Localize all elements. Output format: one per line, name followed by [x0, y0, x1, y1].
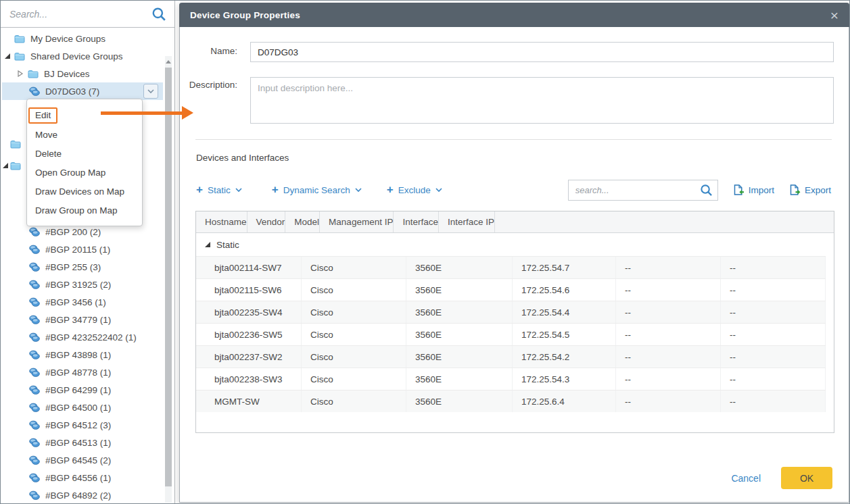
tree-item-bgp-group[interactable]: #BGP 31925 (2) [1, 276, 163, 293]
tree-item-bj-devices[interactable]: BJ Devices [17, 65, 90, 82]
table-column-header[interactable]: Vendor [247, 211, 286, 232]
tree-item-label: #BGP 64500 (1) [45, 403, 111, 413]
table-row[interactable]: bjta002238-SW3 Cisco 3560E 172.25.54.3 -… [196, 368, 826, 390]
tree-item-bgp-group[interactable]: #BGP 48778 (1) [1, 363, 163, 381]
tree-item-bgp-group[interactable]: #BGP 4232522402 (1) [1, 328, 163, 346]
context-menu-item[interactable]: Open Group Map [27, 163, 142, 182]
table-row[interactable]: MGMT-SW Cisco 3560E 172.25.6.4 -- -- [196, 390, 826, 412]
name-field[interactable] [250, 42, 834, 62]
tree-item-label: #BGP 43898 (1) [45, 350, 111, 360]
tree-item-bgp-group[interactable]: #BGP 64500 (1) [1, 399, 163, 416]
tree-item-bgp-group[interactable]: #BGP 64556 (1) [1, 469, 163, 486]
tree-item-bgp-group[interactable]: #BGP 64512 (3) [1, 416, 163, 434]
add-dynamic-search-button[interactable]: + Dynamic Search [272, 185, 362, 195]
cell-model: 3560E [406, 368, 513, 390]
tree-item-label: My Device Groups [30, 34, 105, 44]
cell-interface-ip: -- [721, 279, 826, 301]
table-row[interactable]: bjta002236-SW5 Cisco 3560E 172.25.54.5 -… [196, 323, 826, 345]
add-static-button[interactable]: + Static [196, 185, 242, 195]
close-icon[interactable]: × [830, 8, 839, 22]
cell-vendor: Cisco [302, 368, 406, 390]
app-window: My Device Groups Shared Device Groups BJ… [0, 0, 850, 504]
tree-item-label: #BGP 34779 (1) [45, 315, 111, 325]
static-group-row[interactable]: Static [196, 233, 834, 256]
tree-item-shared-device-groups[interactable]: Shared Device Groups [5, 47, 123, 65]
tree-item-label: #BGP 64556 (1) [45, 473, 111, 483]
search-icon[interactable] [151, 7, 166, 22]
table-column-header[interactable]: Interface IP [439, 211, 495, 232]
tree-item-bgp-group[interactable]: #BGP 34779 (1) [1, 311, 163, 328]
expanded-caret-icon[interactable] [3, 163, 8, 168]
tree-item-label: #BGP 255 (3) [45, 262, 101, 272]
table-search-input[interactable] [568, 180, 718, 201]
cancel-button[interactable]: Cancel [731, 473, 761, 484]
context-menu-item-label: Draw Group on Map [35, 205, 118, 216]
device-group-icon [29, 385, 40, 395]
context-menu-item-label: Delete [35, 149, 62, 159]
tree-item-bgp-group[interactable]: #BGP 64299 (1) [1, 381, 163, 399]
tree-item-label: #BGP 200 (2) [45, 227, 101, 237]
expanded-caret-icon[interactable] [5, 53, 10, 59]
table-row[interactable]: bjta002237-SW2 Cisco 3560E 172.25.54.2 -… [196, 345, 826, 368]
tree-item-bgp-group[interactable]: #BGP 255 (3) [1, 258, 163, 276]
tree-item-label: #BGP 64512 (3) [45, 420, 111, 430]
sidebar-search-input[interactable] [1, 1, 174, 27]
cell-management-ip: 172.25.54.3 [513, 368, 616, 390]
context-menu-item[interactable]: Draw Group on Map [27, 201, 142, 220]
ok-button[interactable]: OK [781, 467, 832, 489]
tree-item-bgp-group[interactable]: #BGP 43898 (1) [1, 346, 163, 363]
table-row[interactable]: bjta002114-SW7 Cisco 3560E 172.25.54.7 -… [196, 256, 826, 278]
group-actions-dropdown-button[interactable] [143, 84, 158, 99]
cell-interface: -- [616, 279, 721, 301]
table-row[interactable]: bjta002115-SW6 Cisco 3560E 172.25.54.6 -… [196, 278, 826, 301]
cell-hostname: bjta002237-SW2 [196, 346, 302, 368]
tree-item-partial[interactable] [3, 157, 21, 174]
table-column-header[interactable]: Interface [394, 211, 439, 232]
table-header-cells: Hostname Vendor Model Management IP Inte… [196, 211, 495, 232]
context-menu-item-label: Edit [28, 107, 57, 124]
folder-icon [10, 161, 21, 170]
callout-arrow [101, 111, 185, 115]
context-menu-item[interactable]: Move [27, 125, 142, 144]
cell-interface: -- [616, 257, 721, 278]
context-menu-item[interactable]: Draw Devices on Map [27, 182, 142, 201]
cell-interface-ip: -- [721, 324, 826, 345]
description-field[interactable] [250, 77, 834, 124]
export-label: Export [805, 185, 831, 195]
dialog-title: Device Group Properties [190, 10, 300, 20]
tree-item-bgp-group[interactable]: #BGP 20115 (1) [1, 241, 163, 258]
export-button[interactable]: Export [789, 184, 831, 195]
scrollbar-thumb[interactable] [165, 68, 172, 486]
description-label: Description: [180, 80, 237, 90]
context-menu-item[interactable]: Delete [27, 144, 142, 163]
context-menu-item[interactable]: Edit [27, 106, 142, 125]
search-icon[interactable] [700, 184, 713, 197]
device-group-icon [29, 332, 40, 342]
add-exclude-button[interactable]: + Exclude [387, 185, 442, 195]
dialog-titlebar[interactable]: Device Group Properties × [179, 3, 849, 27]
cell-model: 3560E [406, 324, 513, 345]
folder-icon [14, 52, 25, 61]
tree-item-bgp-group[interactable]: #BGP 64892 (2) [1, 486, 163, 504]
scrollbar-up-arrow[interactable] [165, 56, 172, 67]
collapsed-caret-icon[interactable] [17, 70, 24, 77]
table-column-header[interactable]: Management IP [320, 211, 394, 232]
devices-table: Hostname Vendor Model Management IP Inte… [195, 211, 834, 433]
tree-item-partial[interactable] [10, 135, 21, 153]
device-group-icon [29, 438, 40, 447]
sidebar-scrollbar[interactable] [165, 56, 172, 503]
table-column-header[interactable]: Hostname [196, 211, 247, 232]
tree-item-label: #BGP 64299 (1) [45, 385, 111, 395]
cell-vendor: Cisco [302, 279, 406, 301]
table-column-header[interactable]: Model [285, 211, 320, 232]
tree-item-my-device-groups[interactable]: My Device Groups [14, 30, 105, 47]
tree-item-bgp-group[interactable]: #BGP 64545 (2) [1, 451, 163, 469]
table-row[interactable]: bjta002235-SW4 Cisco 3560E 172.25.54.4 -… [196, 301, 826, 323]
table-header-row: Hostname Vendor Model Management IP Inte… [196, 211, 834, 233]
expanded-caret-icon[interactable] [205, 242, 210, 247]
bgp-group-list: #BGP 200 (2) #BGP 20115 (1) #BGP 255 (3) [1, 223, 163, 504]
tree-item-selected-group[interactable]: D07DG03 (7) [2, 82, 163, 100]
tree-item-bgp-group[interactable]: #BGP 3456 (1) [1, 293, 163, 311]
tree-item-bgp-group[interactable]: #BGP 64513 (1) [1, 434, 163, 451]
import-button[interactable]: Import [733, 184, 774, 195]
